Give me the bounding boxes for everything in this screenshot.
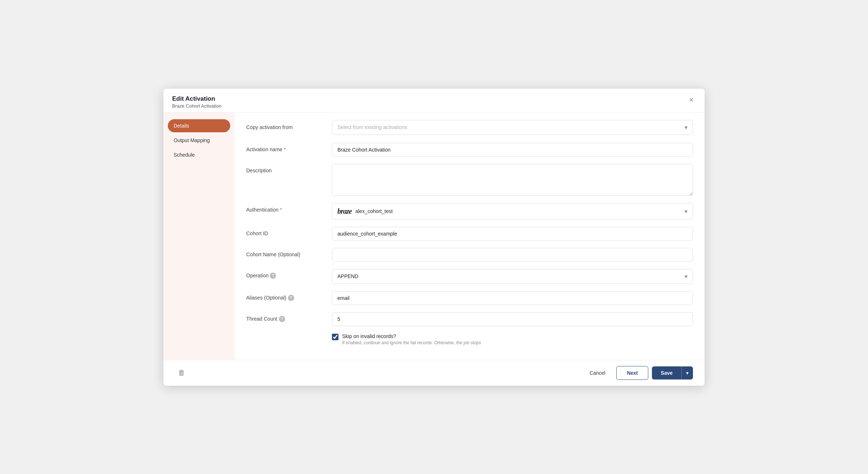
skip-hint: If enabled, continue and ignore the fail… [342,340,481,345]
close-button[interactable]: × [687,95,696,105]
description-row: Description [246,164,693,196]
auth-select-inner: braze alex_cohort_test [337,207,393,216]
save-button[interactable]: Save [652,366,681,379]
activation-name-row: Activation name * [246,143,693,157]
skip-checkbox[interactable] [332,334,338,340]
edit-activation-modal: Edit Activation Braze Cohort Activation … [163,89,705,386]
operation-row: Operation ? APPEND ▾ [246,269,693,284]
cohort-id-input[interactable] [332,227,693,241]
aliases-input[interactable] [332,291,693,305]
sidebar: Details Output Mapping Schedule [163,113,235,360]
thread-count-label: Thread Count ? [246,312,326,322]
modal-title-block: Edit Activation Braze Cohort Activation [172,95,222,109]
copy-select-placeholder: Select from existing activations [337,124,407,130]
description-input[interactable] [332,164,693,196]
save-btn-group: Save ▾ [652,366,693,379]
modal-title: Edit Activation [172,95,222,103]
cohort-name-input[interactable] [332,248,693,262]
delete-button[interactable]: 🗑 [175,367,188,378]
auth-required-star: * [280,207,282,213]
sidebar-item-schedule[interactable]: Schedule [168,148,230,161]
modal-footer: 🗑 Cancel Next Save ▾ [163,360,705,386]
modal-header: Edit Activation Braze Cohort Activation … [163,89,705,113]
operation-label: Operation ? [246,269,326,279]
save-dropdown-arrow[interactable]: ▾ [681,366,693,379]
cohort-id-row: Cohort ID [246,227,693,241]
thread-count-help-icon[interactable]: ? [279,316,285,322]
authentication-select[interactable]: braze alex_cohort_test ▾ [332,203,693,220]
cohort-name-row: Cohort Name (Optional) [246,248,693,262]
aliases-row: Aliases (Optional) ? [246,291,693,305]
skip-label[interactable]: Skip on invalid records? [342,333,481,339]
activation-name-label: Activation name * [246,143,326,152]
modal-body: Details Output Mapping Schedule Copy act… [163,113,705,360]
operation-select[interactable]: APPEND ▾ [332,269,693,284]
auth-value: alex_cohort_test [355,208,393,214]
sidebar-item-details[interactable]: Details [168,119,230,132]
cohort-id-label: Cohort ID [246,227,326,236]
footer-left: 🗑 [175,367,188,378]
authentication-label: Authentication * [246,203,326,213]
footer-right: Cancel Next Save ▾ [582,366,693,380]
next-button[interactable]: Next [616,366,648,380]
operation-value: APPEND [337,273,358,279]
copy-chevron-icon: ▾ [685,124,687,131]
cancel-button[interactable]: Cancel [582,366,613,379]
skip-invalid-row: Skip on invalid records? If enabled, con… [332,333,693,345]
description-label: Description [246,164,326,173]
operation-chevron-icon: ▾ [685,273,687,280]
skip-block: Skip on invalid records? If enabled, con… [342,333,481,345]
thread-count-input[interactable] [332,312,693,326]
auth-chevron-icon: ▾ [685,208,687,215]
required-star: * [284,146,286,152]
aliases-help-icon[interactable]: ? [288,295,294,301]
copy-activation-row: Copy activation from Select from existin… [246,120,693,135]
braze-logo: braze [337,207,352,216]
authentication-row: Authentication * braze alex_cohort_test … [246,203,693,220]
activation-name-input[interactable] [332,143,693,157]
copy-label: Copy activation from [246,124,326,130]
sidebar-item-output-mapping[interactable]: Output Mapping [168,134,230,147]
modal-subtitle: Braze Cohort Activation [172,103,222,109]
operation-help-icon[interactable]: ? [270,273,276,279]
copy-select[interactable]: Select from existing activations ▾ [332,120,693,135]
aliases-label: Aliases (Optional) ? [246,291,326,301]
main-content: Copy activation from Select from existin… [235,113,705,360]
cohort-name-label: Cohort Name (Optional) [246,248,326,257]
thread-count-row: Thread Count ? [246,312,693,326]
